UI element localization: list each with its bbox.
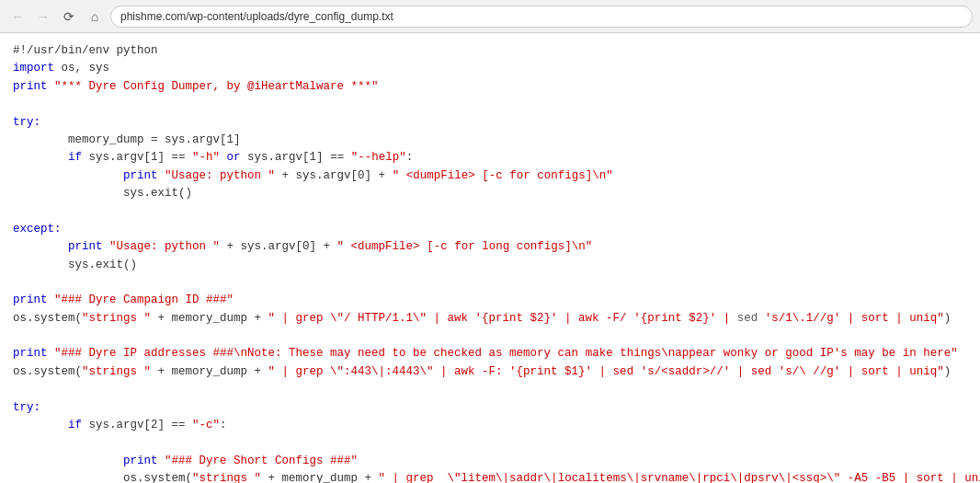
forward-button[interactable]: → — [33, 6, 53, 27]
code-content: #!/usr/bin/env python import os, sys pri… — [0, 33, 980, 483]
refresh-button[interactable]: ⟳ — [59, 6, 79, 27]
home-button[interactable]: ⌂ — [85, 6, 105, 27]
back-button[interactable]: ← — [7, 6, 28, 27]
browser-chrome: ← → ⟳ ⌂ — [0, 0, 980, 33]
address-bar[interactable] — [110, 6, 973, 28]
